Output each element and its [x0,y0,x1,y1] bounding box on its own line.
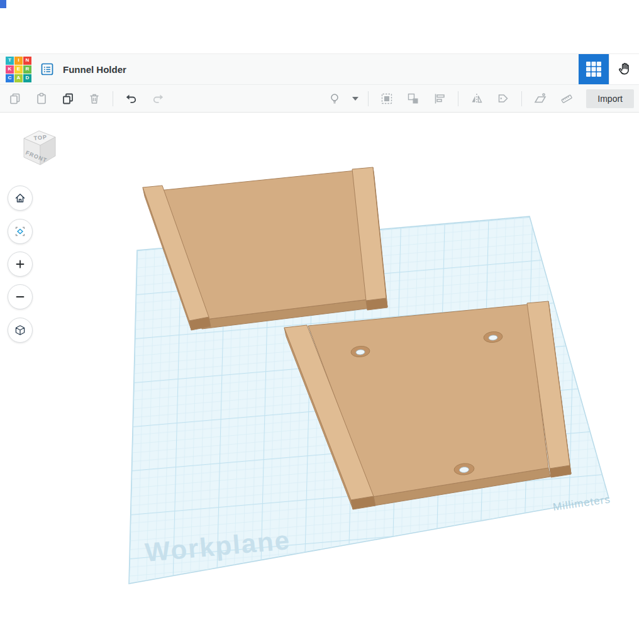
zoom-in-button[interactable] [8,252,33,277]
import-button[interactable]: Import [586,89,634,108]
perspective-toggle-button[interactable] [8,318,33,343]
group-button[interactable] [375,87,398,110]
flip-mirror-icon [470,92,484,106]
duplicate-button[interactable] [57,87,79,110]
toolbar-separator [458,91,458,106]
main-toolbar: Import [0,85,639,113]
notes-button[interactable] [492,87,514,110]
grid-view-button[interactable] [579,54,609,84]
fit-view-icon [14,225,26,238]
plus-icon [14,258,26,270]
undo-icon [125,92,138,106]
ruler-tool-button[interactable] [555,87,578,110]
ruler-tool-icon [560,92,574,106]
hand-tool-button[interactable] [609,54,639,84]
ungroup-icon [406,92,420,106]
bulb-icon [328,92,341,106]
ungroup-button[interactable] [402,87,425,110]
minus-icon [14,291,26,303]
logo-cell: N [23,57,31,65]
logo-cell: I [14,57,23,65]
logo-cell: C [6,74,14,82]
paste-button[interactable] [30,87,53,110]
app-header: T I N K E R C A D Funnel Holder [0,53,639,85]
logo-cell: E [14,65,23,74]
zoom-out-button[interactable] [8,284,33,309]
copy-icon [8,92,22,106]
view-cube[interactable]: TOP FRONT [15,123,64,177]
toolbar-separator [113,91,113,106]
duplicate-icon [61,92,75,106]
logo-cell: R [23,65,31,74]
list-icon [40,62,55,77]
design-title: Funnel Holder [63,64,126,75]
design-menu-button[interactable] [39,61,55,77]
header-right-buttons [579,54,639,84]
align-icon [433,92,447,106]
perspective-cube-icon [14,324,26,336]
home-icon [14,192,26,204]
delete-button[interactable] [83,87,106,110]
redo-button[interactable] [147,87,169,110]
copy-button[interactable] [4,87,26,110]
toolbar-separator [521,91,522,106]
workplane-tool-icon [533,92,547,106]
workplane-tool-button[interactable] [529,87,552,110]
paste-icon [35,92,48,106]
logo-cell: D [23,74,31,82]
group-icon [380,92,394,106]
show-all-dropdown-button[interactable] [350,87,361,110]
notes-tag-icon [496,92,510,106]
show-all-button[interactable] [323,87,346,110]
tinkercad-logo[interactable]: T I N K E R C A D [6,57,31,82]
home-view-button[interactable] [8,186,33,211]
undo-button[interactable] [120,87,143,110]
align-button[interactable] [428,87,451,110]
fit-view-button[interactable] [8,219,33,244]
flip-button[interactable] [465,87,488,110]
trash-icon [87,92,101,106]
chevron-down-icon [352,97,358,101]
hand-icon [616,61,633,77]
logo-cell: A [14,74,23,82]
grid-icon [586,61,602,77]
corner-artifact [0,0,6,8]
toolbar-separator [368,91,369,106]
logo-cell: T [6,57,14,65]
logo-cell: K [6,65,14,74]
redo-icon [151,92,165,106]
